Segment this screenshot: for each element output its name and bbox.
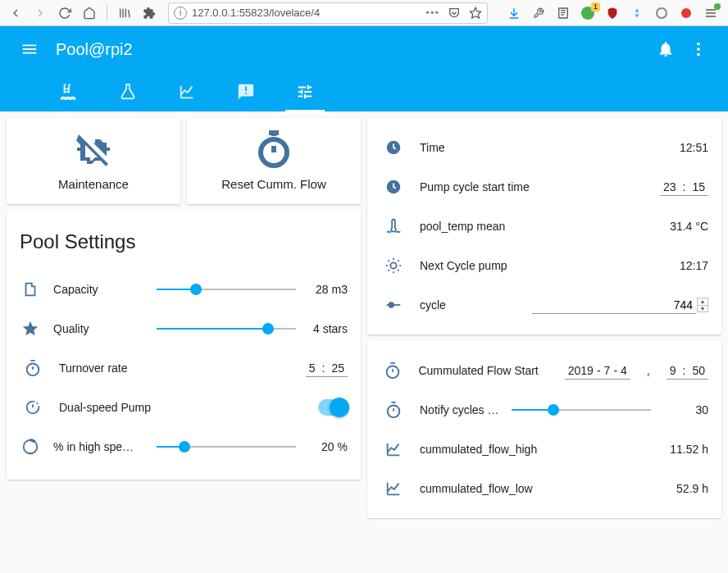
capacity-label: Capacity	[53, 283, 143, 296]
high-speed-value: 20 %	[309, 440, 348, 453]
row-dual-speed: Dual-speed Pump	[20, 388, 348, 427]
app-title: Pool@rpi2	[56, 40, 133, 59]
ublock-icon[interactable]	[605, 6, 620, 20]
cycle-start-label: Pump cycle start time	[420, 180, 530, 193]
clock-icon	[380, 178, 407, 196]
chart-line-icon	[380, 440, 407, 458]
quality-slider[interactable]	[157, 328, 296, 330]
back-button[interactable]	[5, 2, 26, 24]
flow-start-date[interactable]: 2019-7-4	[565, 362, 630, 380]
notify-label: Notify cycles …	[420, 403, 498, 416]
turnover-minutes: 25	[331, 362, 344, 375]
row-next-cycle: Next Cycle pump 12:17	[380, 246, 708, 285]
row-notify: Notify cycles … 30	[380, 390, 708, 430]
notify-slider[interactable]	[512, 409, 651, 411]
notify-value: 30	[676, 403, 708, 416]
tab-message-icon[interactable]	[230, 72, 262, 111]
cycle-start-m: 15	[692, 180, 705, 193]
percent-circle-icon	[20, 438, 40, 456]
flow-high-label: cummulated_flow_high	[420, 443, 537, 456]
pocket-icon[interactable]	[448, 7, 461, 20]
clock-icon	[380, 139, 407, 157]
chart-line-icon	[380, 480, 407, 498]
capacity-value: 28 m3	[309, 283, 348, 296]
menu-button[interactable]	[13, 33, 46, 66]
site-info-icon[interactable]: i	[174, 7, 187, 20]
high-speed-slider[interactable]	[157, 446, 296, 448]
status-card: Time 12:51 Pump cycle start time 23:15 p…	[367, 118, 721, 334]
stopwatch-icon	[380, 362, 405, 380]
row-flow-low: cummulated_flow_low 52.9 h	[380, 469, 708, 508]
svg-point-3	[697, 48, 700, 51]
reader-icon[interactable]	[556, 6, 571, 20]
pool-temp-value: 31.4 °C	[670, 220, 708, 233]
row-capacity: Capacity 28 m3	[20, 270, 348, 309]
tab-tune-icon[interactable]	[289, 72, 321, 111]
browser-toolbar: i 127.0.0.1:55823/lovelace/4 •••	[0, 0, 728, 26]
bookmark-star-icon[interactable]	[469, 7, 482, 20]
home-button[interactable]	[79, 2, 100, 24]
svg-point-4	[697, 53, 700, 57]
url-bar[interactable]: i 127.0.0.1:55823/lovelace/4 •••	[168, 2, 488, 24]
dual-speed-toggle[interactable]	[318, 399, 348, 416]
flow-start-time[interactable]: 9:50	[667, 362, 708, 380]
flow-high-value: 11.52 h	[670, 443, 708, 456]
quality-value: 4 stars	[309, 322, 348, 335]
row-turnover: Turnover rate 5:25	[20, 348, 348, 388]
notifications-button[interactable]	[649, 33, 682, 66]
more-icon[interactable]: •••	[425, 7, 439, 19]
cycle-input[interactable]	[532, 297, 696, 314]
reset-flow-button[interactable]: Reset Cumm. Flow	[187, 118, 361, 204]
capacity-icon	[20, 280, 40, 298]
extension-green-icon[interactable]	[580, 6, 595, 20]
sun-icon	[380, 257, 407, 275]
extension-red-dot-icon[interactable]	[679, 6, 694, 20]
app-header: Pool@rpi2	[0, 26, 728, 111]
url-text: 127.0.0.1:55823/lovelace/4	[192, 7, 320, 19]
svg-point-7	[23, 440, 37, 454]
overflow-menu-button[interactable]	[682, 33, 715, 66]
stopwatch-icon	[380, 401, 407, 419]
row-flow-high: cummulated_flow_high 11.52 h	[380, 430, 708, 469]
next-cycle-value: 12:17	[680, 259, 708, 272]
cycle-start-h: 23	[663, 180, 676, 193]
cycle-start-input[interactable]: 23:15	[660, 179, 708, 196]
row-quality: Quality 4 stars	[20, 309, 348, 348]
next-cycle-label: Next Cycle pump	[420, 259, 507, 272]
settings-title: Pool Settings	[20, 230, 348, 253]
svg-marker-0	[470, 7, 480, 18]
reload-button[interactable]	[54, 2, 75, 24]
tab-flask-icon[interactable]	[111, 72, 144, 111]
tab-chart-icon[interactable]	[171, 72, 203, 111]
dual-speed-label: Dual-speed Pump	[59, 401, 151, 414]
turnover-hours: 5	[309, 362, 316, 375]
flow-low-label: cummulated_flow_low	[420, 482, 533, 495]
hamburger-icon[interactable]	[703, 6, 718, 20]
rotate-icon	[20, 398, 46, 416]
maintenance-button[interactable]: Maintenance	[7, 118, 180, 204]
svg-point-11	[389, 302, 394, 307]
row-flow-start: Cummulated Flow Start 2019-7-4 , 9:50	[380, 351, 708, 390]
devtools-icon[interactable]	[531, 6, 546, 20]
time-label: Time	[420, 141, 445, 154]
toolbar-right	[507, 6, 723, 20]
extension-blue-icon[interactable]	[630, 6, 644, 20]
download-icon[interactable]	[507, 6, 521, 20]
cycle-label: cycle	[420, 298, 446, 312]
extension-grey-icon[interactable]	[654, 6, 669, 20]
timer-icon	[254, 128, 293, 171]
tab-pool-icon[interactable]	[52, 72, 85, 111]
time-value: 12:51	[680, 141, 708, 154]
turnover-input[interactable]: 5:25	[306, 360, 348, 377]
row-pool-temp: pool_temp mean 31.4 °C	[380, 207, 708, 246]
addons-button[interactable]	[139, 2, 160, 24]
pool-temp-label: pool_temp mean	[420, 220, 505, 233]
cycle-spinner[interactable]: ▲▼	[697, 298, 708, 312]
reset-flow-label: Reset Cumm. Flow	[221, 177, 326, 191]
high-speed-label: % in high spe…	[53, 440, 143, 453]
engine-off-icon	[71, 128, 116, 171]
library-button[interactable]	[114, 2, 135, 24]
flow-card: Cummulated Flow Start 2019-7-4 , 9:50 No…	[367, 341, 721, 518]
main-content: Maintenance Reset Cumm. Flow Pool Settin…	[0, 111, 728, 573]
capacity-slider[interactable]	[157, 289, 296, 290]
